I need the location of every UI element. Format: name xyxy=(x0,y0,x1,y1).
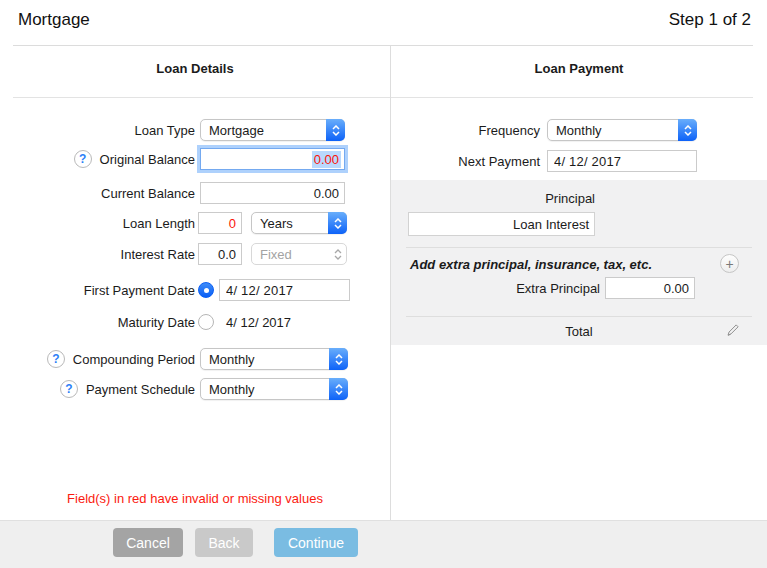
extra-principal-input[interactable] xyxy=(605,277,695,299)
maturity-date-label: Maturity Date xyxy=(118,315,195,330)
loan-length-row: Loan Length Years xyxy=(0,211,347,235)
payment-schedule-row: ? Payment Schedule Monthly xyxy=(0,377,348,401)
current-balance-row: Current Balance xyxy=(0,181,345,205)
compounding-period-select[interactable]: Monthly xyxy=(200,348,348,370)
validation-error-message: Field(s) in red have invalid or missing … xyxy=(0,491,390,506)
step-indicator: Step 1 of 2 xyxy=(669,10,751,30)
cancel-button[interactable]: Cancel xyxy=(113,528,183,557)
divider xyxy=(13,97,753,98)
first-payment-date-row: First Payment Date xyxy=(0,278,350,302)
chevron-up-down-icon xyxy=(329,348,348,370)
loan-length-label: Loan Length xyxy=(123,216,195,231)
rate-type-select: Fixed xyxy=(251,243,347,265)
frequency-row: Frequency Monthly xyxy=(0,118,697,142)
divider xyxy=(13,45,753,46)
loan-length-input[interactable] xyxy=(198,212,242,234)
first-payment-date-radio[interactable] xyxy=(198,282,214,298)
compounding-period-label: Compounding Period xyxy=(73,352,195,367)
interest-rate-row: Interest Rate Fixed xyxy=(0,242,347,266)
first-payment-date-input[interactable] xyxy=(219,279,350,301)
edit-total-button[interactable] xyxy=(726,323,740,340)
payment-schedule-select[interactable]: Monthly xyxy=(200,378,348,400)
payment-breakdown-panel: Principal Loan Interest Add extra princi… xyxy=(391,180,767,345)
total-label: Total xyxy=(391,324,767,339)
loan-details-title: Loan Details xyxy=(0,61,390,76)
current-balance-label: Current Balance xyxy=(101,186,195,201)
next-payment-label: Next Payment xyxy=(458,154,540,169)
chevron-up-down-icon xyxy=(329,378,348,400)
extra-principal-label: Extra Principal xyxy=(516,281,600,296)
page-title: Mortgage xyxy=(18,10,90,30)
maturity-date-value: 4/ 12/ 2017 xyxy=(226,315,291,330)
chevron-up-down-icon xyxy=(328,212,347,234)
footer-bar: Cancel Back Continue xyxy=(0,520,767,568)
first-payment-date-label: First Payment Date xyxy=(84,283,195,298)
interest-rate-input[interactable] xyxy=(198,243,242,265)
help-icon[interactable]: ? xyxy=(60,380,78,398)
help-icon[interactable]: ? xyxy=(47,350,65,368)
interest-rate-label: Interest Rate xyxy=(121,247,195,262)
loan-payment-title: Loan Payment xyxy=(391,61,767,76)
pencil-icon xyxy=(726,323,740,337)
compounding-period-row: ? Compounding Period Monthly xyxy=(0,347,348,371)
next-payment-row: Next Payment xyxy=(0,149,697,173)
divider xyxy=(406,247,752,248)
payment-schedule-label: Payment Schedule xyxy=(86,382,195,397)
loan-length-unit-select[interactable]: Years xyxy=(251,212,347,234)
loan-interest-label: Loan Interest xyxy=(513,217,589,232)
add-extra-item-button[interactable]: + xyxy=(720,254,739,273)
frequency-label: Frequency xyxy=(479,123,540,138)
loan-interest-field[interactable]: Loan Interest xyxy=(408,212,595,236)
chevron-up-down-icon xyxy=(678,119,697,141)
divider xyxy=(406,316,752,317)
plus-icon: + xyxy=(725,257,733,271)
current-balance-input[interactable] xyxy=(200,182,345,204)
next-payment-input[interactable] xyxy=(547,150,697,172)
maturity-date-radio[interactable] xyxy=(198,314,214,330)
maturity-date-row: Maturity Date 4/ 12/ 2017 xyxy=(0,310,291,334)
add-extra-hint: Add extra principal, insurance, tax, etc… xyxy=(410,257,652,272)
chevron-up-down-icon xyxy=(328,243,347,265)
continue-button[interactable]: Continue xyxy=(274,528,358,557)
back-button[interactable]: Back xyxy=(195,528,253,557)
principal-label: Principal xyxy=(545,191,595,206)
frequency-select[interactable]: Monthly xyxy=(547,119,697,141)
